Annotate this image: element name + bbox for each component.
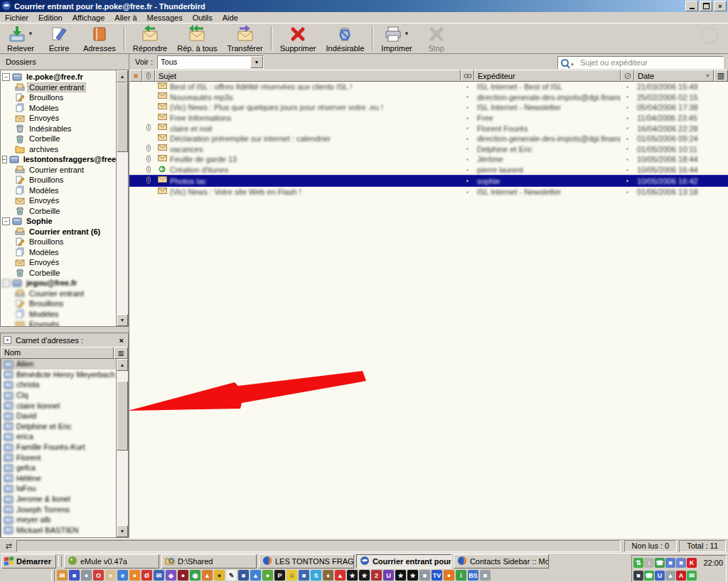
task-contacts-sidebar-mozil[interactable]: Contacts Sidebar :: Mozil... (454, 554, 549, 568)
folder-mode-les[interactable]: Modèles (1, 103, 116, 114)
tray-emule-tray-icon[interactable]: ⇅ (633, 558, 643, 568)
folder-corbeille[interactable]: Corbeille (1, 134, 116, 144)
folder-mode-les[interactable]: Modèles (1, 185, 116, 196)
name-column-header[interactable]: Nom (1, 347, 114, 359)
account-le-poke-free-fr[interactable]: −le.poke@free.fr (1, 72, 116, 82)
contact-allen[interactable]: Allen (1, 359, 116, 370)
account-lestontonsfraggers-free-fr[interactable]: −lestontonsfraggers@free.fr (1, 154, 116, 165)
folder-envoye-s[interactable]: Envoyés (1, 319, 116, 326)
quicklaunch-utorrent-icon[interactable]: U (383, 570, 394, 581)
relever-button[interactable]: ▼Relever (1, 24, 40, 53)
menu-aller-a[interactable]: Aller à (109, 13, 141, 23)
folder-corbeille[interactable]: Corbeille (1, 206, 116, 217)
inde-sirable-button[interactable]: Indésirable (321, 24, 370, 53)
scroll-up-icon[interactable]: ▲ (117, 359, 128, 371)
scroll-up-icon[interactable]: ▲ (117, 70, 128, 82)
quicklaunch-bs-icon[interactable]: BS (468, 570, 478, 581)
adresses-button[interactable]: Adresses (78, 24, 121, 53)
address-list-scrollbar[interactable]: ▲ ▼ (116, 359, 128, 537)
menu-messages[interactable]: Messages (142, 13, 188, 23)
collapse-icon[interactable]: − (2, 156, 7, 163)
quicklaunch-ruby-icon[interactable]: ● (178, 570, 188, 581)
quicklaunch-skype-icon[interactable]: S (311, 570, 321, 581)
column-picker-icon[interactable]: ▥ (714, 70, 728, 82)
quicklaunch-save-disk-icon[interactable]: ■ (69, 570, 80, 581)
quicklaunch-book-icon[interactable]: ■ (299, 570, 309, 581)
minimize-button[interactable] (685, 1, 698, 11)
task-courrier-entrant-pour-l[interactable]: Courrier entrant pour l... (356, 554, 451, 568)
quicklaunch-handle[interactable] (51, 570, 55, 581)
message-row-10[interactable]: Photos lacsophie10/05/2006 16:42 (129, 175, 728, 187)
contact-david[interactable]: David (1, 411, 116, 421)
folder-envoye-s[interactable]: Envoyés (1, 113, 116, 124)
quicklaunch-recycle-icon[interactable]: ◉ (190, 570, 200, 581)
contact-erica[interactable]: erica (1, 431, 116, 442)
folder-courrier-entrant[interactable]: Courrier entrant (1, 289, 116, 299)
scrollbar-track[interactable] (117, 371, 128, 525)
supprimer-button[interactable]: Supprimer (275, 24, 321, 53)
quicklaunch-pacman-icon[interactable]: ☺ (287, 570, 297, 581)
dropdown-arrow-icon[interactable]: ▼ (28, 31, 33, 37)
quicklaunch-chat-icon[interactable]: ■ (238, 570, 249, 581)
menu-edition[interactable]: Edition (33, 13, 68, 23)
quicklaunch-star-box-2-icon[interactable]: ★ (359, 570, 370, 581)
tray-ati-icon[interactable]: A (676, 571, 686, 581)
message-row-9[interactable]: Création d'itunespierre laurent10/05/200… (129, 165, 728, 176)
dropdown-arrow-icon[interactable]: ▼ (404, 31, 410, 37)
quicklaunch-picasa-icon[interactable]: ◆ (166, 570, 176, 581)
contact-christa[interactable]: christa (1, 379, 116, 390)
folder-inde-sirables[interactable]: Indésirables (1, 124, 116, 134)
date-column-header[interactable]: Date▼ (634, 70, 714, 82)
quicklaunch-lock-icon[interactable]: ● (81, 570, 92, 581)
message-row-7[interactable]: vacancesDelphine et Eric01/05/2006 10:11 (129, 144, 728, 155)
junk-column-header[interactable] (621, 70, 634, 82)
scrollbar-thumb[interactable] (117, 381, 128, 451)
collapse-icon[interactable]: − (2, 217, 10, 225)
tray-app-dark-icon[interactable]: ■ (633, 571, 643, 581)
message-row-4[interactable]: Free InformationsFree11/04/2006 23:45 (129, 113, 728, 124)
contact-he-le-ne[interactable]: Hélène (1, 473, 116, 484)
contact-florent[interactable]: Florent (1, 452, 116, 463)
contact-meyer-alb[interactable]: meyer alb (1, 514, 116, 525)
collapse-icon[interactable]: − (2, 73, 10, 81)
toolbar-handle[interactable] (58, 556, 62, 567)
message-row-2[interactable]: Nouveautés mp3sdirection-generale-des-im… (129, 92, 728, 103)
contact-famille-foure-s-kurt[interactable]: Famille Fourès-Kurt (1, 442, 116, 453)
quicklaunch-screen-icon[interactable]: ■ (419, 570, 430, 581)
scroll-down-icon[interactable]: ▼ (117, 525, 128, 537)
imprimer-button[interactable]: ▼Imprimer (376, 24, 417, 53)
menu-outils[interactable]: Outils (188, 13, 218, 23)
quicklaunch-tv-icon[interactable]: TV (432, 570, 442, 581)
start-button[interactable]: Démarrer (1, 554, 56, 568)
folder-envoye-s[interactable]: Envoyés (1, 195, 116, 206)
subject-column-header[interactable]: Sujet (155, 70, 461, 82)
collapse-icon[interactable]: − (2, 279, 10, 287)
account-jegou-free-fr[interactable]: −jegou@free.fr (1, 278, 116, 289)
folder-brouillons[interactable]: Brouillons (1, 298, 116, 309)
folder-courrier-entrant[interactable]: Courrier entrant (1, 82, 116, 93)
close-button[interactable]: × (714, 1, 727, 11)
contact-clq[interactable]: Clq (1, 390, 116, 401)
online-status-icon[interactable]: ⇄ (2, 540, 15, 551)
contact-be-ne-dicte-henry-meyerbach[interactable]: Bénédicte Henry Meyerbach (1, 370, 116, 380)
folder-brouillons[interactable]: Brouillons (1, 92, 116, 103)
search-input[interactable]: ▼ Sujet ou expéditeur (557, 56, 724, 69)
quicklaunch-red-2-icon[interactable]: 2 (371, 570, 382, 581)
quicklaunch-radio-icon[interactable]: ■ (480, 570, 491, 581)
task-les-tontons-fraggers[interactable]: LES TONTONS FRAGGERS... (259, 554, 354, 568)
transfe-rer-button[interactable]: Transférer (222, 24, 267, 53)
quicklaunch-flash-icon[interactable]: ▲ (335, 570, 346, 581)
quicklaunch-plane-icon[interactable]: ▲ (250, 570, 261, 581)
quicklaunch-opera-icon[interactable]: O (93, 570, 104, 581)
task-emule-v0-47a[interactable]: eMule v0.47a (64, 554, 159, 568)
sender-column-header[interactable]: Expéditeur (474, 70, 621, 82)
quicklaunch-ring-icon[interactable]: ● (444, 570, 454, 581)
contact-claire-lionnel[interactable]: claire lionnel (1, 400, 116, 411)
folder-mode-les[interactable]: Modèles (1, 247, 116, 258)
scrollbar-track[interactable] (117, 82, 128, 314)
horizontal-splitter[interactable] (0, 327, 129, 333)
folder-brouillons[interactable]: Brouillons (1, 237, 116, 247)
account-sophie[interactable]: −Sophie (1, 216, 116, 227)
message-row-8[interactable]: Feuille de garde 13Jérôme10/05/2006 18:4… (129, 154, 728, 165)
column-picker-icon[interactable]: ▥ (114, 347, 128, 359)
